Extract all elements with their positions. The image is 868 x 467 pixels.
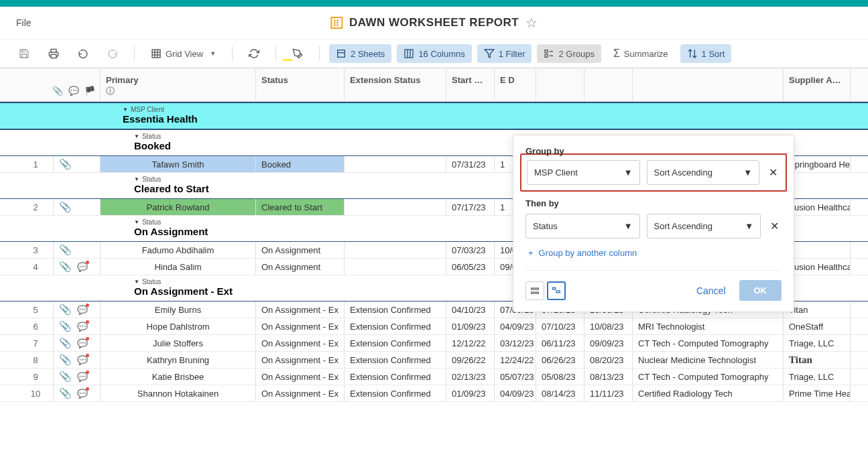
- cell-ext[interactable]: Extension Confirmed: [345, 385, 446, 401]
- refresh-button[interactable]: [242, 44, 266, 63]
- cell-date1[interactable]: 12/12/22: [446, 335, 495, 351]
- cell-date1[interactable]: 07/31/23: [446, 156, 495, 172]
- attachment-icon[interactable]: 📎: [59, 261, 72, 273]
- cell-job[interactable]: MRI Technologist: [633, 318, 784, 334]
- cell-job[interactable]: CT Tech - Computed Tomography: [633, 335, 784, 351]
- comment-icon[interactable]: 💬: [77, 338, 88, 348]
- cancel-button[interactable]: Cancel: [696, 285, 726, 296]
- cell-date4[interactable]: 08/20/23: [584, 352, 633, 368]
- group-sort-select-1[interactable]: Sort Ascending ▼: [647, 160, 760, 185]
- col-status[interactable]: Status: [256, 68, 345, 101]
- cell-date3[interactable]: 06/26/23: [536, 352, 584, 368]
- cell-date2[interactable]: 04/09/23: [495, 318, 536, 334]
- highlight-button[interactable]: [286, 44, 310, 63]
- cell-status[interactable]: On Assignment - Ex: [256, 302, 345, 318]
- comment-icon[interactable]: 💬: [77, 305, 88, 315]
- cell-primary[interactable]: Hinda Salim: [101, 259, 256, 275]
- cell-date2[interactable]: 04/09/23: [495, 385, 536, 401]
- attachment-icon[interactable]: 📎: [59, 304, 72, 316]
- col-6[interactable]: [536, 68, 584, 101]
- cell-date2[interactable]: 05/07/23: [495, 369, 536, 385]
- cell-primary[interactable]: Hope Dahlstrom: [101, 318, 256, 334]
- cell-status[interactable]: On Assignment - Ex: [256, 369, 345, 385]
- star-icon[interactable]: ☆: [525, 15, 538, 31]
- view-toggle-flat[interactable]: [525, 281, 544, 300]
- cell-status[interactable]: On Assignment - Ex: [256, 335, 345, 351]
- cell-job[interactable]: Certified Radiology Tech: [633, 385, 784, 401]
- cell-ext[interactable]: Extension Confirmed: [345, 369, 446, 385]
- sheets-button[interactable]: 2 Sheets: [329, 44, 391, 63]
- col-start-date[interactable]: Start Date: [446, 68, 495, 101]
- table-row[interactable]: 6📎💬Hope DahlstromOn Assignment - ExExten…: [0, 318, 868, 335]
- attachment-icon[interactable]: 📎: [59, 320, 72, 332]
- remove-group-2[interactable]: ✕: [767, 217, 782, 235]
- attachment-icon[interactable]: 📎: [59, 387, 72, 399]
- cell-ext[interactable]: [345, 156, 446, 172]
- cell-date1[interactable]: 01/09/23: [446, 385, 495, 401]
- cell-date2[interactable]: 12/24/22: [495, 352, 536, 368]
- save-button[interactable]: [12, 44, 36, 63]
- attachment-icon[interactable]: 📎: [59, 244, 72, 256]
- cell-status[interactable]: On Assignment: [256, 242, 345, 258]
- print-button[interactable]: [42, 44, 66, 63]
- cell-date1[interactable]: 06/05/23: [446, 259, 495, 275]
- cell-primary[interactable]: Tafawn Smith: [101, 156, 256, 172]
- cell-date1[interactable]: 02/13/23: [446, 369, 495, 385]
- filter-button[interactable]: 1 Filter: [477, 44, 532, 63]
- cell-date2[interactable]: 03/12/23: [495, 335, 536, 351]
- cell-ext[interactable]: Extension Confirmed: [345, 335, 446, 351]
- cell-date4[interactable]: 10/08/23: [584, 318, 633, 334]
- comment-icon[interactable]: 💬: [77, 372, 88, 382]
- cell-ext[interactable]: [345, 259, 446, 275]
- cell-ext[interactable]: Extension Confirmed: [345, 352, 446, 368]
- col-end-date[interactable]: E D: [495, 68, 536, 101]
- comment-icon[interactable]: 💬: [77, 355, 88, 365]
- cell-date3[interactable]: 08/14/23: [536, 385, 584, 401]
- cell-supplier[interactable]: Triage, LLC: [784, 335, 851, 351]
- grid-view-dropdown[interactable]: Grid View ▼: [144, 44, 223, 63]
- cell-supplier[interactable]: Triage, LLC: [784, 369, 851, 385]
- cell-supplier[interactable]: Titan: [784, 352, 851, 368]
- sort-button[interactable]: 1 Sort: [680, 44, 732, 63]
- cell-primary[interactable]: Emily Burns: [101, 302, 256, 318]
- cell-job[interactable]: CT Tech - Computed Tomography: [633, 369, 784, 385]
- view-toggle-indent[interactable]: [547, 281, 566, 300]
- attachment-icon[interactable]: 📎: [59, 201, 72, 213]
- attachment-icon[interactable]: 📎: [59, 371, 72, 383]
- col-supplier[interactable]: Supplier Agen: [784, 68, 851, 101]
- cell-status[interactable]: On Assignment - Ex: [256, 352, 345, 368]
- col-7[interactable]: [584, 68, 633, 101]
- cell-primary[interactable]: Shannon Hotakainen: [101, 385, 256, 401]
- cell-date1[interactable]: 09/26/22: [446, 352, 495, 368]
- cell-ext[interactable]: [345, 199, 446, 215]
- attachment-icon[interactable]: 📎: [59, 354, 72, 366]
- file-menu[interactable]: File: [16, 17, 32, 28]
- group-header[interactable]: ▼MSP ClientEssentia Health: [0, 102, 868, 130]
- table-row[interactable]: 9📎💬Katie BrisbeeOn Assignment - ExExtens…: [0, 369, 868, 385]
- group-field-select-2[interactable]: Status ▼: [525, 214, 640, 239]
- cell-supplier[interactable]: OneStaff: [784, 318, 851, 334]
- cell-status[interactable]: Cleared to Start: [256, 199, 345, 215]
- attachment-icon[interactable]: 📎: [59, 158, 72, 170]
- cell-date1[interactable]: 07/03/23: [446, 242, 495, 258]
- cell-primary[interactable]: Katie Brisbee: [101, 369, 256, 385]
- group-sort-select-2[interactable]: Sort Ascending ▼: [647, 214, 761, 239]
- cell-date1[interactable]: 07/17/23: [446, 199, 495, 215]
- cell-status[interactable]: On Assignment - Ex: [256, 318, 345, 334]
- summarize-button[interactable]: Σ Summarize: [607, 44, 675, 64]
- cell-date4[interactable]: 11/11/23: [584, 385, 633, 401]
- cell-ext[interactable]: Extension Confirmed: [345, 302, 446, 318]
- cell-status[interactable]: On Assignment: [256, 259, 345, 275]
- columns-button[interactable]: 16 Columns: [397, 44, 471, 63]
- cell-date1[interactable]: 04/10/23: [446, 302, 495, 318]
- cell-ext[interactable]: Extension Confirmed: [345, 318, 446, 334]
- comment-icon[interactable]: 💬: [77, 389, 88, 399]
- cell-date3[interactable]: 05/08/23: [536, 369, 584, 385]
- attachment-icon[interactable]: 📎: [59, 337, 72, 349]
- col-ext-status[interactable]: Extension Status: [345, 68, 446, 101]
- cell-ext[interactable]: [345, 242, 446, 258]
- cell-date1[interactable]: 01/09/23: [446, 318, 495, 334]
- cell-primary[interactable]: Patrick Rowland: [101, 199, 256, 215]
- cell-primary[interactable]: Kathryn Bruning: [101, 352, 256, 368]
- comment-icon[interactable]: 💬: [77, 322, 88, 332]
